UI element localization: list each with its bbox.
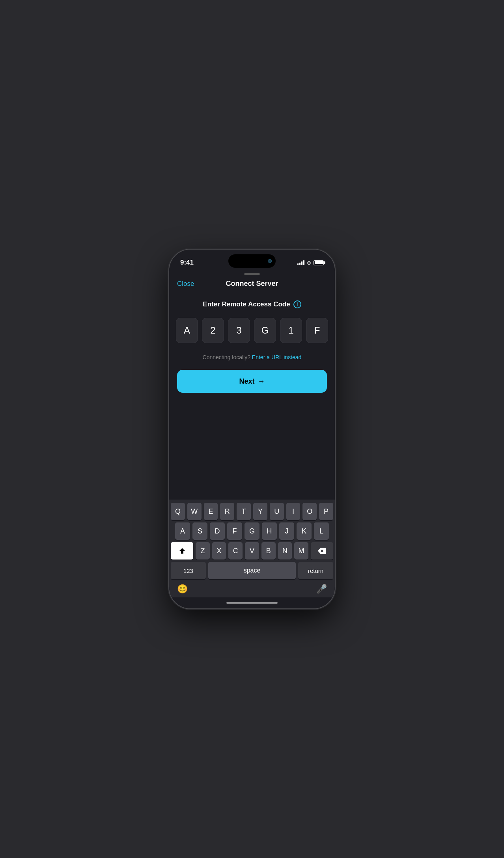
status-bar: 9:41 ⊛ <box>169 250 335 270</box>
keyboard-bottom-row: 😊 🎤 <box>171 582 333 597</box>
key-y[interactable]: Y <box>253 503 267 520</box>
code-box-5[interactable]: 1 <box>280 318 302 343</box>
emoji-button[interactable]: 😊 <box>177 584 188 594</box>
signal-bar-3 <box>301 261 302 265</box>
code-box-3[interactable]: 3 <box>228 318 250 343</box>
signal-bar-4 <box>303 260 304 265</box>
delete-key[interactable] <box>311 542 333 560</box>
key-w[interactable]: W <box>187 503 202 520</box>
mic-button[interactable]: 🎤 <box>316 584 327 594</box>
key-i[interactable]: I <box>286 503 301 520</box>
local-connect-link[interactable]: Enter a URL instead <box>252 354 302 360</box>
nav-bar: Close Connect Server <box>169 275 335 293</box>
key-g[interactable]: G <box>245 522 259 540</box>
key-b[interactable]: B <box>261 542 276 560</box>
signal-bar-2 <box>299 263 301 265</box>
dynamic-island <box>228 254 276 268</box>
key-s[interactable]: S <box>192 522 207 540</box>
key-d[interactable]: D <box>210 522 225 540</box>
section-title-text: Enter Remote Access Code <box>203 300 290 308</box>
nav-title: Connect Server <box>226 280 278 288</box>
next-button[interactable]: Next → <box>177 370 327 393</box>
keyboard-row-2: A S D F G H J K L <box>171 522 333 540</box>
keyboard-row-1: Q W E R T Y U I O P <box>171 503 333 520</box>
key-t[interactable]: T <box>237 503 251 520</box>
shift-key[interactable] <box>171 542 193 560</box>
key-x[interactable]: X <box>212 542 226 560</box>
next-arrow-icon: → <box>258 377 265 386</box>
space-key[interactable]: space <box>208 562 296 579</box>
signal-bar-1 <box>297 263 299 265</box>
key-r[interactable]: R <box>220 503 234 520</box>
section-title: Enter Remote Access Code i <box>203 300 301 308</box>
keyboard-row-3: Z X C V B N M <box>171 542 333 560</box>
keyboard-area: Q W E R T Y U I O P A S D F G <box>169 500 335 597</box>
return-key[interactable]: return <box>298 562 333 579</box>
key-c[interactable]: C <box>228 542 243 560</box>
key-z[interactable]: Z <box>196 542 210 560</box>
status-icons: ⊛ <box>297 260 324 266</box>
next-button-label: Next <box>239 377 254 386</box>
key-v[interactable]: V <box>245 542 259 560</box>
code-box-4[interactable]: G <box>254 318 276 343</box>
key-a[interactable]: A <box>175 522 190 540</box>
battery-icon <box>314 260 324 265</box>
info-icon[interactable]: i <box>293 300 301 308</box>
key-j[interactable]: J <box>279 522 294 540</box>
key-k[interactable]: K <box>297 522 312 540</box>
key-q[interactable]: Q <box>171 503 185 520</box>
key-l[interactable]: L <box>314 522 329 540</box>
numbers-key[interactable]: 123 <box>171 562 206 579</box>
code-box-1[interactable]: A <box>176 318 198 343</box>
key-n[interactable]: N <box>278 542 292 560</box>
phone-screen: 9:41 ⊛ Close <box>169 250 335 608</box>
keyboard-row-4: 123 space return <box>171 562 333 579</box>
code-box-6[interactable]: F <box>306 318 328 343</box>
key-u[interactable]: U <box>270 503 284 520</box>
wifi-icon: ⊛ <box>307 260 311 266</box>
code-boxes: A 2 3 G 1 F <box>176 318 328 343</box>
local-connect-text: Connecting locally? Enter a URL instead <box>203 354 302 360</box>
code-box-2[interactable]: 2 <box>202 318 224 343</box>
close-button[interactable]: Close <box>177 280 194 288</box>
key-f[interactable]: F <box>227 522 242 540</box>
key-e[interactable]: E <box>204 503 218 520</box>
main-area: Enter Remote Access Code i A 2 3 G 1 F C… <box>169 293 335 500</box>
key-p[interactable]: P <box>319 503 333 520</box>
key-m[interactable]: M <box>294 542 308 560</box>
signal-bars <box>297 260 304 265</box>
status-time: 9:41 <box>180 259 194 267</box>
home-indicator <box>169 597 335 608</box>
home-bar <box>226 602 278 604</box>
dynamic-island-camera <box>268 259 272 263</box>
app-content: Close Connect Server Enter Remote Access… <box>169 270 335 608</box>
battery-fill <box>315 261 323 264</box>
phone-device: 9:41 ⊛ Close <box>169 250 335 608</box>
key-o[interactable]: O <box>302 503 317 520</box>
key-h[interactable]: H <box>262 522 277 540</box>
local-connect-label: Connecting locally? <box>203 354 250 360</box>
